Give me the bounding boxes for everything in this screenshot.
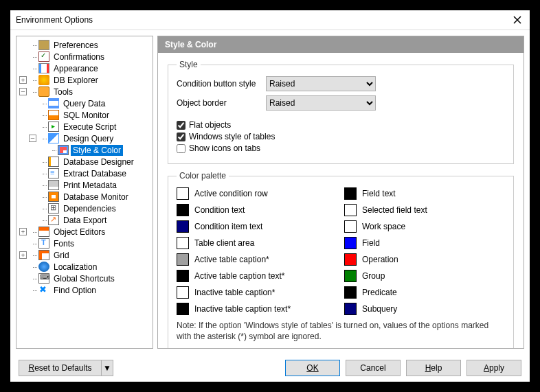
dropdown-arrow-icon[interactable]: ▼ [101, 360, 113, 376]
color-label: Active condition row [194, 189, 268, 198]
global-shortcuts-icon [38, 273, 49, 284]
find-option-icon [38, 285, 49, 295]
tree-item-data-export[interactable]: Data Export [18, 214, 151, 226]
confirmations-icon [38, 51, 49, 62]
color-swatch[interactable] [344, 303, 357, 315]
color-swatch[interactable] [177, 220, 189, 233]
tools-icon [38, 87, 49, 97]
tree-item-tools[interactable]: –Tools [18, 86, 151, 97]
tree-item-localization[interactable]: Localization [18, 261, 151, 273]
tree-item-grid[interactable]: +Grid [18, 249, 151, 261]
color-item: Selected field text [344, 204, 505, 216]
database-monitor-icon [48, 192, 59, 202]
tree-item-db-explorer[interactable]: +DB Explorer [18, 74, 151, 86]
collapse-icon[interactable]: – [29, 135, 36, 142]
color-swatch[interactable] [344, 270, 357, 282]
database-designer-icon [48, 157, 59, 167]
db-explorer-icon [38, 75, 49, 85]
color-label: Field text [362, 189, 396, 198]
sql-monitor-icon [48, 110, 59, 120]
color-swatch[interactable] [177, 204, 189, 216]
style-color-icon [58, 145, 69, 155]
color-swatch[interactable] [177, 286, 189, 299]
object-border-select[interactable]: Raised [266, 95, 376, 111]
color-label: Subquery [362, 304, 397, 314]
appearance-icon [38, 63, 49, 73]
tree-item-query-data[interactable]: Query Data [18, 97, 151, 109]
color-swatch[interactable] [177, 187, 189, 200]
object-border-label: Object border [177, 98, 266, 108]
color-swatch[interactable] [344, 286, 357, 299]
color-label: Table client area [194, 238, 254, 248]
tree-item-database-monitor[interactable]: Database Monitor [18, 191, 151, 203]
color-label: Active table caption* [194, 255, 269, 264]
color-swatch[interactable] [344, 187, 357, 200]
tree-item-sql-monitor[interactable]: SQL Monitor [18, 109, 151, 121]
color-item: Active condition row [177, 187, 337, 200]
cancel-button[interactable]: Cancel [346, 360, 401, 376]
tree-item-confirmations[interactable]: Confirmations [18, 51, 151, 62]
color-label: Work space [362, 222, 405, 231]
expand-icon[interactable]: + [19, 76, 27, 84]
settings-panel: Style & Color Style Condition button sty… [157, 36, 524, 349]
color-item: Inactive table caption text* [177, 303, 337, 315]
flat-objects-checkbox[interactable] [177, 121, 185, 130]
nav-tree[interactable]: Preferences Confirmations Appearance +DB… [16, 36, 153, 349]
windows-style-tables-checkbox[interactable] [177, 132, 185, 141]
color-label: Operation [362, 255, 398, 264]
close-icon[interactable] [510, 13, 524, 27]
collapse-icon[interactable]: – [19, 88, 27, 95]
color-label: Condition text [194, 205, 245, 215]
tree-item-design-query[interactable]: –Design Query [18, 132, 151, 144]
color-swatch[interactable] [344, 220, 357, 233]
help-button[interactable]: Help [406, 360, 461, 376]
query-data-icon [48, 98, 59, 108]
color-item: Work space [344, 220, 505, 233]
show-icons-tabs-label: Show icons on tabs [189, 143, 260, 153]
condition-button-style-select[interactable]: Raised [266, 76, 376, 91]
color-label: Active table caption text* [194, 271, 284, 281]
flat-objects-label: Flat objects [189, 120, 231, 130]
tree-item-print-metadata[interactable]: Print Metadata [18, 179, 151, 191]
ok-button[interactable]: OK [285, 360, 340, 376]
color-swatch[interactable] [344, 204, 357, 216]
tree-item-dependencies[interactable]: Dependencies [18, 203, 151, 214]
environment-options-window: Environment Options Preferences Confirma… [10, 10, 530, 382]
tree-item-object-editors[interactable]: +Object Editors [18, 226, 151, 238]
tree-item-appearance[interactable]: Appearance [18, 62, 151, 74]
show-icons-tabs-checkbox[interactable] [177, 144, 185, 153]
color-swatch[interactable] [344, 253, 357, 266]
localization-icon [38, 262, 49, 272]
data-export-icon [48, 215, 59, 225]
expand-icon[interactable]: + [19, 251, 27, 259]
tree-item-find-option[interactable]: Find Option [18, 284, 151, 296]
expand-icon[interactable]: + [19, 228, 27, 235]
tree-item-execute-script[interactable]: Execute Script [18, 121, 151, 132]
color-item: Subquery [344, 303, 505, 315]
apply-button[interactable]: Apply [466, 360, 521, 376]
color-item: Group [344, 270, 505, 282]
print-metadata-icon [48, 180, 59, 190]
window-title: Environment Options [16, 15, 93, 25]
color-swatch[interactable] [177, 303, 189, 315]
color-item: Field text [344, 187, 505, 200]
color-swatch[interactable] [177, 237, 189, 249]
tree-item-style-color[interactable]: Style & Color [18, 144, 151, 156]
tree-item-preferences[interactable]: Preferences [18, 39, 151, 51]
color-label: Predicate [362, 288, 397, 297]
color-label: Inactive table caption text* [194, 304, 291, 314]
tree-item-extract-database[interactable]: Extract Database [18, 168, 151, 179]
color-swatch[interactable] [177, 253, 189, 266]
color-label: Inactive table caption* [194, 288, 275, 297]
color-item: Predicate [344, 286, 505, 299]
color-label: Field [362, 238, 380, 248]
tree-item-database-designer[interactable]: Database Designer [18, 156, 151, 168]
tree-item-global-shortcuts[interactable]: Global Shortcuts [18, 273, 151, 284]
dependencies-icon [48, 203, 59, 214]
tree-item-fonts[interactable]: Fonts [18, 238, 151, 249]
color-label: Group [362, 271, 385, 281]
color-swatch[interactable] [177, 270, 189, 282]
color-swatch[interactable] [344, 237, 357, 249]
reset-to-defaults-button[interactable]: Reset to Defaults ▼ [19, 360, 113, 376]
color-item: Field [344, 237, 505, 249]
